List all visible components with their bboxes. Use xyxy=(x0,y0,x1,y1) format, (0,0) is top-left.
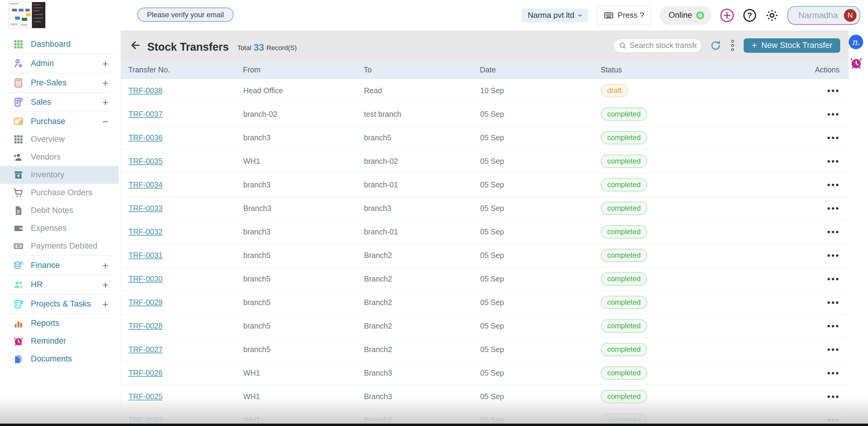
transfer-no-link[interactable]: TRF-0035 xyxy=(129,157,163,165)
row-actions-button[interactable] xyxy=(828,254,849,257)
search-input[interactable] xyxy=(629,41,696,50)
row-actions-button[interactable] xyxy=(828,325,849,327)
expand-plus[interactable]: + xyxy=(102,78,108,88)
settings-button[interactable] xyxy=(765,8,779,22)
to-cell: Branch3 xyxy=(364,392,480,401)
table-row[interactable]: TRF-0025 WH1 Branch3 05 Sep completed xyxy=(121,385,849,408)
verify-email-button[interactable]: Please verify your email xyxy=(137,7,234,22)
sidebar-item-dashboard[interactable]: Dashboard xyxy=(0,35,119,53)
row-actions-button[interactable] xyxy=(828,113,849,116)
table-row[interactable]: TRF-0035 WH1 branch-02 05 Sep completed xyxy=(121,150,849,173)
table-row[interactable]: TRF-0028 branch5 Branch2 05 Sep complete… xyxy=(121,315,849,338)
more-options-button[interactable] xyxy=(730,38,736,53)
company-selector[interactable]: Narma pvt ltd xyxy=(522,8,588,22)
plus-icon: + xyxy=(751,41,757,50)
transfer-no-link[interactable]: TRF-0038 xyxy=(129,86,163,95)
floating-alarm-icon[interactable] xyxy=(849,56,863,70)
transfer-no-link[interactable]: TRF-0025 xyxy=(129,392,163,401)
expand-plus[interactable]: + xyxy=(102,280,108,290)
sidebar-item-reports[interactable]: Reports xyxy=(0,315,119,332)
row-actions-button[interactable] xyxy=(828,184,849,186)
sidebar-item-admin[interactable]: Admin + xyxy=(0,55,119,72)
sidebar-item-inventory[interactable]: Inventory xyxy=(0,166,119,184)
online-status-pill[interactable]: Online xyxy=(659,6,711,25)
row-actions-button[interactable] xyxy=(828,160,849,163)
expand-plus[interactable]: + xyxy=(102,260,108,271)
new-stock-transfer-button[interactable]: + New Stock Transfer xyxy=(744,38,840,53)
row-actions-button[interactable] xyxy=(828,301,849,304)
table-row[interactable]: TRF-0026 WH1 Branch3 05 Sep completed xyxy=(121,361,849,385)
row-actions-button[interactable] xyxy=(828,137,849,139)
transfer-no-link[interactable]: TRF-0034 xyxy=(129,181,163,189)
from-cell: branch3 xyxy=(243,133,364,142)
table-row[interactable]: TRF-0027 branch5 Branch2 05 Sep complete… xyxy=(121,338,849,361)
transfer-no-link[interactable]: TRF-0028 xyxy=(129,322,163,330)
table-row[interactable]: TRF-0038 Head Office Read 10 Sep draft xyxy=(121,79,849,103)
row-actions-button[interactable] xyxy=(828,396,849,398)
table-row[interactable]: TRF-0029 branch5 Branch2 05 Sep complete… xyxy=(121,291,849,315)
quick-add-button[interactable] xyxy=(720,8,734,23)
to-cell: Branch3 xyxy=(364,416,480,425)
press-shortcut-button[interactable]: Press ? xyxy=(597,6,651,25)
sidebar-item-expenses[interactable]: Expenses xyxy=(0,219,119,237)
sidebar-item-reminder[interactable]: Reminder xyxy=(0,332,119,350)
table-row[interactable]: TRF-0037 branch-02 test branch 05 Sep co… xyxy=(121,103,849,126)
transfer-no-link[interactable]: TRF-0029 xyxy=(129,298,163,306)
table-row[interactable]: TRF-0033 Branch3 branch3 05 Sep complete… xyxy=(121,197,849,220)
sidebar-item-debit-notes[interactable]: Debit Notes xyxy=(0,201,119,219)
table-row[interactable]: TRF-0032 branch3 branch-01 05 Sep comple… xyxy=(121,220,849,244)
user-chip[interactable]: Narmadha N xyxy=(787,6,860,25)
collapse-minus[interactable]: − xyxy=(102,117,108,127)
sidebar-item-hr[interactable]: HR + xyxy=(0,276,119,294)
search-box[interactable] xyxy=(614,39,702,53)
transfer-no-link[interactable]: TRF-0036 xyxy=(129,133,163,142)
sidebar-item-finance[interactable]: Finance + xyxy=(0,257,119,274)
transfer-no-link[interactable]: TRF-0031 xyxy=(129,251,163,259)
sidebar-item-documents[interactable]: Documents xyxy=(0,350,119,368)
transfer-no-link[interactable]: TRF-0037 xyxy=(129,110,163,118)
n-floating-logo[interactable]: n. xyxy=(849,35,863,49)
col-from: From xyxy=(243,65,364,74)
expand-plus[interactable]: + xyxy=(102,59,108,69)
row-actions-button[interactable] xyxy=(828,231,849,233)
row-actions-button[interactable] xyxy=(828,207,849,210)
sidebar-item-purchase[interactable]: Purchase − xyxy=(0,112,119,130)
row-actions-button[interactable] xyxy=(828,372,849,374)
sidebar-item-overview[interactable]: Overview xyxy=(0,130,119,148)
status-badge: completed xyxy=(601,202,647,215)
gear-icon xyxy=(765,8,779,22)
inventory-box-icon xyxy=(13,169,24,181)
sidebar-item-label: Reports xyxy=(31,319,59,328)
app-logo-thumbnail[interactable] xyxy=(8,2,45,28)
sidebar-item-projects-tasks[interactable]: Projects & Tasks + xyxy=(0,295,119,313)
sidebar-item-purchase-orders[interactable]: Purchase Orders xyxy=(0,184,119,201)
transfer-no-link[interactable]: TRF-0027 xyxy=(129,345,163,354)
transfer-no-link[interactable]: TRF-0024 xyxy=(129,416,163,424)
sidebar-item-vendors[interactable]: Vendors xyxy=(0,148,119,166)
sidebar-item-label: Purchase xyxy=(31,117,65,126)
sidebar-divider xyxy=(7,54,112,54)
sidebar-item-sales[interactable]: Sales + xyxy=(0,93,119,111)
coins-icon xyxy=(13,260,24,271)
transfer-no-link[interactable]: TRF-0033 xyxy=(129,204,163,212)
transfer-no-link[interactable]: TRF-0032 xyxy=(129,228,163,236)
total-label: Total xyxy=(237,44,251,52)
row-actions-button[interactable] xyxy=(828,349,849,351)
sidebar-item-payments-debited[interactable]: Payments Debited xyxy=(0,237,119,255)
transfer-no-link[interactable]: TRF-0030 xyxy=(129,274,163,283)
transfer-no-link[interactable]: TRF-0026 xyxy=(129,369,163,377)
refresh-button[interactable] xyxy=(710,39,722,52)
row-actions-button[interactable] xyxy=(828,419,849,422)
row-actions-button[interactable] xyxy=(828,90,849,92)
date-cell: 05 Sep xyxy=(480,204,601,213)
row-actions-button[interactable] xyxy=(828,278,849,280)
help-button[interactable]: ? xyxy=(743,8,756,22)
table-row[interactable]: TRF-0036 branch3 branch5 05 Sep complete… xyxy=(121,126,849,150)
expand-plus[interactable]: + xyxy=(102,97,108,107)
sidebar-item-pre-sales[interactable]: Pre-Sales + xyxy=(0,74,119,92)
table-row[interactable]: TRF-0034 branch3 branch-01 05 Sep comple… xyxy=(121,173,849,197)
expand-plus[interactable]: + xyxy=(102,299,108,309)
table-row[interactable]: TRF-0030 branch5 Branch2 05 Sep complete… xyxy=(121,267,849,291)
back-button[interactable] xyxy=(129,39,143,52)
table-row[interactable]: TRF-0031 branch5 Branch2 05 Sep complete… xyxy=(121,244,849,267)
